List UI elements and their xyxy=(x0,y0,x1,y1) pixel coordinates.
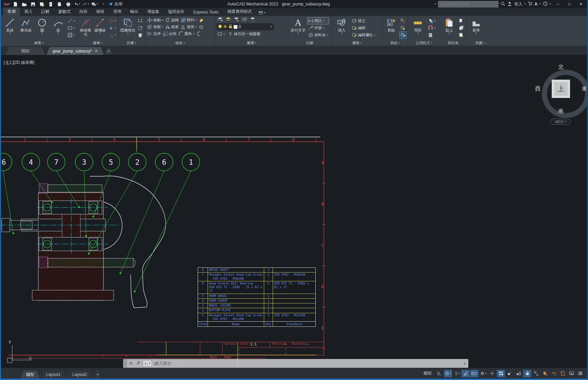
signin-avatar-icon[interactable] xyxy=(507,1,512,7)
quick-properties-icon[interactable] xyxy=(558,370,567,377)
array-button[interactable]: 陣列▾ xyxy=(180,17,197,23)
help-icon[interactable]: ? xyxy=(543,1,548,7)
snap-mode-icon[interactable]: ▾ xyxy=(444,370,452,377)
scale-button[interactable]: 比例 xyxy=(162,31,177,37)
ortho-mode-icon[interactable] xyxy=(462,370,470,377)
snap-magnet-flyout[interactable]: ▾ xyxy=(427,25,436,31)
tab-featured-apps[interactable]: 精選應用程式 xyxy=(223,7,256,16)
layer-match-flyout[interactable]: ▾ xyxy=(217,31,226,37)
construction-circle-flyout[interactable]: ▾ xyxy=(108,18,117,24)
paste-button[interactable]: 貼上▾ xyxy=(442,17,457,35)
viewcube-west[interactable]: 西 xyxy=(535,85,541,93)
viewport-maximize-icon[interactable] xyxy=(497,370,505,377)
layer-combobox[interactable]: 0 ▾ xyxy=(217,23,274,30)
detail-aa-flyout[interactable]: A-A xyxy=(137,18,143,24)
erase-button[interactable] xyxy=(198,17,204,23)
ribbon-display-toggle[interactable]: ▾ xyxy=(259,11,265,16)
layer-properties-icon[interactable] xyxy=(217,17,223,23)
dimension-button[interactable]: 標註▾ xyxy=(308,18,329,24)
close-drawing-tab-icon[interactable]: ✕ xyxy=(95,49,98,53)
qat-customize-button[interactable]: ▾ xyxy=(99,1,107,7)
command-wrench-icon[interactable] xyxy=(135,361,142,366)
panel-clipboard-label[interactable]: 剪貼簿 xyxy=(440,40,466,46)
edit-attributes-button[interactable]: 編輯屬性▾ xyxy=(351,32,376,38)
tab-content[interactable]: 內容 xyxy=(75,7,92,16)
bom-button[interactable]: 材料表▾ xyxy=(308,32,329,38)
viewcube-east[interactable]: 東 xyxy=(582,85,587,93)
close-button[interactable]: ✕ xyxy=(576,0,586,8)
drawing-tab[interactable]: gear_pump_subassy*✕ xyxy=(46,47,104,55)
edit-block-button[interactable]: 編輯 xyxy=(351,25,376,31)
viewcube-south[interactable]: 南 xyxy=(558,108,564,115)
redo-button[interactable]: ▾ xyxy=(82,1,90,7)
new-file-button[interactable] xyxy=(11,1,19,7)
tab-collaborate[interactable]: 協同合作 xyxy=(164,7,189,16)
panel-groups-label[interactable]: 群組▾ xyxy=(383,40,408,46)
viewport-controls[interactable]: [-][上][2D 線架構] xyxy=(4,60,35,65)
polyline-button[interactable]: 聚合線 xyxy=(19,17,34,33)
new-drawing-tab-button[interactable]: + xyxy=(105,48,112,54)
tab-output[interactable]: 輸出 xyxy=(126,7,143,16)
app-menu-button[interactable]: AM▾ xyxy=(2,1,11,7)
command-close-icon[interactable]: ✕ xyxy=(127,361,135,366)
quick-select-flyout[interactable]: ▾ xyxy=(427,18,436,24)
construction-line-button[interactable]: 建構線▾ xyxy=(93,17,107,35)
tab-parametric[interactable]: 參數式 xyxy=(54,7,75,16)
tab-insert[interactable]: 插入 xyxy=(20,7,37,16)
group-button[interactable]: 群組 xyxy=(384,17,399,33)
annotation-scale-icon[interactable] xyxy=(506,370,514,377)
command-line[interactable]: ⣿ ✕ ▾ 鍵入指令 ▲ xyxy=(123,359,468,368)
panel-layers-label[interactable]: 圖層▾ xyxy=(215,40,288,46)
crosshair-icon[interactable] xyxy=(488,370,496,377)
create-block-button[interactable]: 建立 xyxy=(351,18,376,24)
workspace-switch-button[interactable]: ▾ xyxy=(91,1,99,7)
search-input[interactable] xyxy=(438,1,498,7)
drawline-flyout[interactable]: ▾ xyxy=(67,18,76,24)
dynamic-input-icon[interactable]: ▾ xyxy=(470,370,478,377)
annotation-lock-icon[interactable] xyxy=(523,370,531,377)
mtext-button[interactable]: A 多行文字▾ xyxy=(290,17,307,35)
save-to-mobile-button[interactable] xyxy=(55,1,63,7)
viewcube-top-face[interactable]: 上 xyxy=(552,80,570,98)
tab-home[interactable]: 常用 xyxy=(3,7,20,16)
tab-manage[interactable]: 管理 xyxy=(109,7,126,16)
erase-construction-flyout[interactable]: ▾ xyxy=(108,32,117,38)
base-view-button[interactable]: 基準▾ xyxy=(468,17,485,35)
line-button[interactable]: 直線▾ xyxy=(2,17,18,35)
layout1-tab[interactable]: Layout1 xyxy=(41,371,66,379)
search-expand-icon[interactable]: ▸ xyxy=(435,3,436,5)
bom-table[interactable]: 8DRIVE SHAFT1 7Hexagon Socket Head Cap S… xyxy=(198,267,316,327)
status-menu-icon[interactable] xyxy=(576,370,584,377)
panel-block-label[interactable]: 圖塊▾ xyxy=(332,40,382,46)
tab-annotate[interactable]: 註解 xyxy=(37,7,54,16)
layer-bulb-icon[interactable] xyxy=(218,24,222,29)
signin-label[interactable]: 登入 xyxy=(514,1,522,7)
autodesk-logo-icon[interactable]: A xyxy=(534,2,537,6)
save-as-button[interactable] xyxy=(38,1,46,7)
cut-clip-button[interactable] xyxy=(458,18,465,24)
panel-annotation-label[interactable]: 註解 xyxy=(288,40,332,46)
start-tab[interactable]: 開始 xyxy=(6,47,45,55)
layer-freeze-icon[interactable] xyxy=(242,17,247,23)
drawing-canvas[interactable]: [-][上][2D 線架構] xyxy=(1,55,587,368)
layer-state-icon[interactable] xyxy=(226,17,231,23)
hide-situation-button[interactable]: 隱藏情況▾ xyxy=(120,17,136,35)
minimize-button[interactable]: ─ xyxy=(553,0,563,8)
app-store-cart-icon[interactable] xyxy=(528,1,532,7)
panel-views-label[interactable]: 視圖▾⌄ xyxy=(466,40,497,46)
open-from-mobile-button[interactable] xyxy=(46,1,55,7)
autodesk-dropdown-icon[interactable]: ▾ xyxy=(540,3,541,5)
layer-off-icon[interactable] xyxy=(250,17,255,23)
detail-u-flyout[interactable] xyxy=(137,32,143,38)
annotation-visibility-icon[interactable] xyxy=(514,370,523,377)
layer-isolate-icon[interactable] xyxy=(234,17,239,23)
fillet-button[interactable]: 圓角▾ xyxy=(178,31,195,37)
group-select-toggle[interactable] xyxy=(400,32,406,38)
ucs-toggle-icon[interactable] xyxy=(532,370,540,377)
undo-button[interactable]: ▾ xyxy=(73,1,81,7)
hatch-flyout[interactable]: ▾ xyxy=(67,32,76,38)
annotation-monitor-icon[interactable] xyxy=(541,370,549,377)
save-button[interactable] xyxy=(29,1,37,7)
panel-draw-label[interactable]: 繪製▾ xyxy=(1,40,77,46)
tab-view[interactable]: 檢視 xyxy=(92,7,109,16)
